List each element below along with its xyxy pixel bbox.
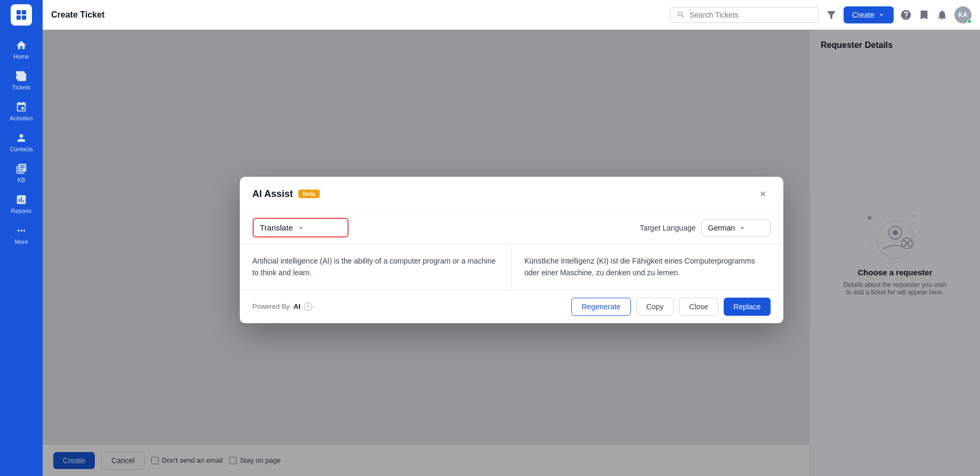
modal-close-button[interactable]: ×: [756, 186, 771, 201]
sidebar-item-label: Contacts: [10, 146, 33, 152]
language-dropdown[interactable]: German: [701, 219, 771, 236]
beta-badge: Beta: [298, 190, 320, 198]
sidebar-item-label: Tickets: [12, 84, 30, 91]
activities-icon: [15, 101, 27, 113]
powered-by: Powered By AI i: [253, 302, 312, 311]
page-background: Requester Details ✦ ✦ ✦ ✦ Choo: [43, 30, 980, 476]
sidebar-item-label: KB: [18, 177, 26, 183]
reports-icon: [15, 194, 27, 206]
sidebar-item-contacts[interactable]: Contacts: [0, 127, 43, 158]
action-dropdown-value: Translate: [260, 223, 293, 232]
modal-header: AI Assist Beta ×: [240, 177, 783, 211]
svg-rect-1: [22, 10, 26, 14]
sidebar-item-label: Reports: [11, 208, 32, 214]
ai-assist-modal: AI Assist Beta × Translate Target Langua…: [240, 177, 783, 323]
chevron-down-icon: [297, 224, 305, 232]
copy-button[interactable]: Copy: [636, 298, 674, 316]
search-input[interactable]: [690, 11, 796, 19]
avatar-online-dot: [967, 19, 971, 23]
translated-text-panel: Künstliche Intelligenz (KI) ist die Fähi…: [512, 244, 783, 290]
modal-toolbar: Translate Target Language German: [240, 211, 783, 244]
sidebar-item-label: More: [14, 239, 28, 245]
sidebar-item-label: Activities: [10, 115, 33, 121]
sidebar-item-more[interactable]: More: [0, 219, 43, 250]
action-dropdown[interactable]: Translate: [253, 218, 349, 237]
notifications-icon[interactable]: [936, 9, 948, 21]
help-icon[interactable]: [900, 9, 912, 21]
sidebar-item-label: Home: [13, 53, 29, 60]
original-text-panel: Artificial intelligence (AI) is the abil…: [240, 244, 512, 290]
close-modal-button[interactable]: Close: [679, 298, 718, 316]
translated-text: Künstliche Intelligenz (KI) ist die Fähi…: [524, 255, 771, 279]
kb-icon: [15, 163, 27, 175]
powered-by-text: Powered By AI: [253, 302, 301, 310]
sidebar-item-activities[interactable]: Activities: [0, 96, 43, 127]
target-language-label: Target Language: [639, 224, 695, 232]
modal-title: AI Assist: [253, 188, 293, 200]
info-icon[interactable]: i: [304, 302, 312, 311]
original-text: Artificial intelligence (AI) is the abil…: [253, 255, 499, 279]
topbar: Create Ticket Create KA: [43, 0, 980, 30]
target-language-area: Target Language German: [639, 219, 770, 236]
modal-body: Artificial intelligence (AI) is the abil…: [240, 244, 783, 290]
filter-icon[interactable]: [825, 9, 837, 21]
language-dropdown-value: German: [708, 224, 735, 232]
footer-actions: Regenerate Copy Close Replace: [571, 298, 770, 316]
sidebar: Home Tickets Activities Contacts KB Repo…: [0, 0, 43, 476]
more-icon: [15, 225, 27, 236]
bookmark-icon[interactable]: [918, 9, 930, 21]
svg-rect-2: [17, 15, 21, 20]
sidebar-item-reports[interactable]: Reports: [0, 188, 43, 219]
chevron-down-icon-lang: [738, 224, 747, 232]
svg-rect-3: [22, 15, 26, 20]
contacts-icon: [15, 132, 27, 144]
sidebar-item-tickets[interactable]: Tickets: [0, 65, 43, 96]
regenerate-button[interactable]: Regenerate: [571, 298, 630, 316]
sidebar-item-home[interactable]: Home: [0, 34, 43, 65]
page-title: Create Ticket: [51, 10, 663, 20]
search-area[interactable]: [670, 7, 819, 23]
sidebar-item-kb[interactable]: KB: [0, 158, 43, 188]
svg-rect-0: [17, 10, 21, 14]
app-logo[interactable]: [11, 4, 32, 26]
avatar[interactable]: KA: [954, 6, 971, 23]
modal-footer: Powered By AI i Regenerate Copy Close Re…: [240, 290, 783, 323]
main-area: Create Ticket Create KA Requester Detail…: [43, 0, 980, 476]
tickets-icon: [15, 70, 27, 82]
replace-button[interactable]: Replace: [724, 298, 770, 316]
create-button[interactable]: Create: [844, 6, 894, 23]
home-icon: [15, 39, 27, 51]
search-icon: [677, 11, 685, 19]
